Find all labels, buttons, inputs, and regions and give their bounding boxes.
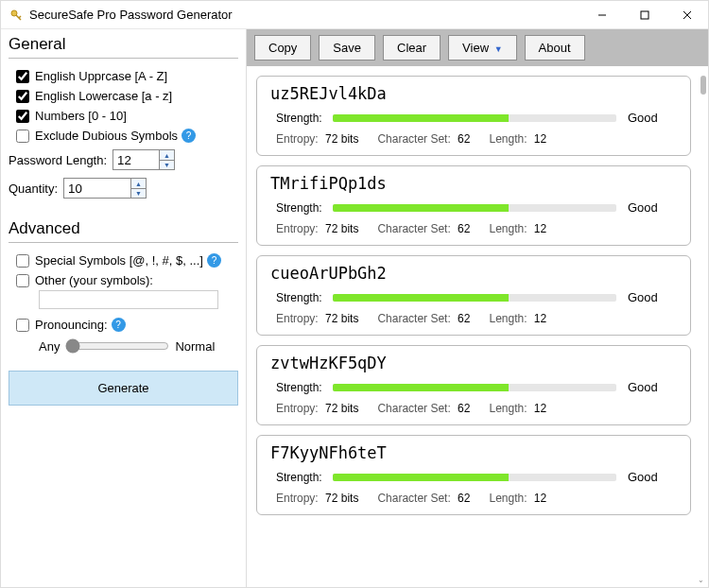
chevron-down-icon: ▼ [494,44,503,54]
option-numbers[interactable]: Numbers [0 - 10] [9,106,238,126]
pronouncing-checkbox[interactable] [16,319,29,332]
generate-button[interactable]: Generate [9,371,238,406]
toolbar: Copy Save Clear View ▼ About [247,29,708,66]
option-exclude[interactable]: Exclude Dubious Symbols ? [9,126,238,146]
password-value[interactable]: uz5REJvl4kDa [270,84,677,103]
password-card[interactable]: zvtwHzKF5qDYStrength:GoodEntropy: 72 bit… [256,345,691,425]
exclude-checkbox[interactable] [16,130,29,143]
lowercase-checkbox[interactable] [16,90,29,103]
results-list[interactable]: uz5REJvl4kDaStrength:GoodEntropy: 72 bit… [247,66,708,587]
quantity-row: Quantity: ▲ ▼ [9,174,238,202]
strength-bar [333,474,616,481]
quantity-input[interactable] [64,179,130,198]
password-length-spinbox[interactable]: ▲ ▼ [112,149,175,170]
charset: Character Set: 62 [377,222,470,235]
special-label: Special Symbols [@, !, #, $, ...] [35,253,203,268]
strength-text: Good [628,111,671,125]
option-lowercase[interactable]: English Lowercase [a - z] [9,86,238,106]
password-length-label: Password Length: [9,153,107,167]
option-uppercase[interactable]: English Upprcase [A - Z] [9,66,238,86]
main-panel: Copy Save Clear View ▼ About uz5REJvl4kD… [247,29,708,587]
password-value[interactable]: cueoArUPbGh2 [270,264,677,283]
password-card[interactable]: F7KyyNFh6teTStrength:GoodEntropy: 72 bit… [256,435,691,515]
strength-fill [333,384,509,391]
scrollbar-thumb[interactable] [700,76,706,95]
numbers-checkbox[interactable] [16,110,29,123]
spin-down-icon[interactable]: ▼ [160,160,174,169]
strength-row: Strength:Good [270,109,677,127]
clear-button[interactable]: Clear [383,35,441,61]
password-card[interactable]: TMrifiPQp1dsStrength:GoodEntropy: 72 bit… [256,165,691,246]
help-icon[interactable]: ? [207,253,221,268]
uppercase-checkbox[interactable] [16,70,29,83]
entropy: Entropy: 72 bits [276,312,358,325]
scroll-down-icon[interactable]: ⌄ [693,572,708,587]
view-button[interactable]: View ▼ [448,35,517,61]
entropy: Entropy: 72 bits [276,132,358,146]
pronouncing-label: Pronouncing: [35,318,108,332]
help-icon[interactable]: ? [112,318,126,332]
strength-text: Good [628,380,671,394]
app-icon [9,8,24,23]
strength-label: Strength: [276,381,333,394]
help-icon[interactable]: ? [182,129,196,143]
strength-bar [333,114,616,122]
quantity-label: Quantity: [9,182,58,196]
charset: Character Set: 62 [377,132,470,146]
spin-down-icon[interactable]: ▼ [131,188,146,198]
password-value[interactable]: F7KyyNFh6teT [270,443,677,462]
quantity-spinbox[interactable]: ▲ ▼ [63,178,147,199]
password-card[interactable]: cueoArUPbGh2Strength:GoodEntropy: 72 bit… [256,255,691,336]
strength-label: Strength: [276,112,333,125]
special-checkbox[interactable] [16,254,29,268]
content: General English Upprcase [A - Z] English… [1,29,708,587]
svg-rect-2 [641,11,648,19]
meta-row: Entropy: 72 bitsCharacter Set: 62Length:… [270,306,677,327]
exclude-label: Exclude Dubious Symbols [35,129,178,143]
password-value[interactable]: TMrifiPQp1ds [270,174,677,193]
strength-label: Strength: [276,471,333,484]
titlebar: SecureSafe Pro Password Generator [1,1,708,29]
copy-button[interactable]: Copy [254,35,311,61]
strength-text: Good [628,200,671,215]
option-special[interactable]: Special Symbols [@, !, #, $, ...] ? [9,251,238,270]
strength-bar [333,294,616,302]
option-pronouncing[interactable]: Pronouncing: ? [9,315,238,335]
scrollbar[interactable]: ⌄ [693,66,708,587]
strength-text: Good [628,290,671,304]
charset: Character Set: 62 [377,492,470,505]
minimize-button[interactable] [580,1,623,28]
close-button[interactable] [666,1,708,28]
password-value[interactable]: zvtwHzKF5qDY [270,354,677,372]
general-header: General [9,33,238,59]
maximize-button[interactable] [623,1,666,28]
option-other[interactable]: Other (your symbols): [9,270,238,290]
other-checkbox[interactable] [16,274,29,287]
slider-left-label: Any [39,339,60,354]
meta-row: Entropy: 72 bitsCharacter Set: 62Length:… [270,396,677,417]
save-button[interactable]: Save [319,35,375,61]
strength-row: Strength:Good [270,378,677,396]
length: Length: 12 [489,492,546,505]
charset: Character Set: 62 [377,312,470,325]
charset: Character Set: 62 [377,402,470,415]
app-window: SecureSafe Pro Password Generator Genera… [0,0,709,588]
other-label: Other (your symbols): [35,273,153,287]
pronouncing-slider[interactable] [65,338,169,354]
sidebar: General English Upprcase [A - Z] English… [1,29,247,587]
entropy: Entropy: 72 bits [276,402,358,415]
password-length-input[interactable] [113,150,159,169]
lowercase-label: English Lowercase [a - z] [35,89,172,103]
strength-fill [333,204,509,212]
strength-fill [333,474,509,481]
slider-right-label: Normal [175,339,215,354]
length: Length: 12 [489,222,546,235]
spin-up-icon[interactable]: ▲ [131,179,146,188]
about-button[interactable]: About [525,35,585,61]
quantity-spinbuttons: ▲ ▼ [130,179,146,198]
password-card[interactable]: uz5REJvl4kDaStrength:GoodEntropy: 72 bit… [256,76,691,156]
other-symbols-input[interactable] [39,290,218,309]
strength-text: Good [628,470,671,484]
spin-up-icon[interactable]: ▲ [160,150,174,160]
numbers-label: Numbers [0 - 10] [35,109,127,123]
